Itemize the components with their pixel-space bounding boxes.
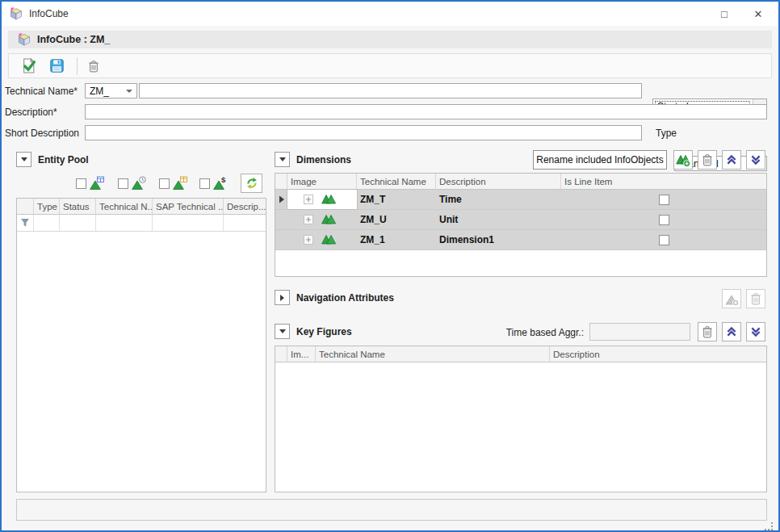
double-chevron-down-icon [750,154,761,165]
double-chevron-up-icon [726,326,737,337]
entity-pool-title: Entity Pool [38,154,89,165]
filter-time-checkbox[interactable] [118,178,128,189]
filter-cell-status[interactable] [60,215,96,232]
dimension-icon [321,232,336,247]
dimensions-col-image[interactable]: Image [287,174,357,190]
entity-pool-collapse-button[interactable] [16,152,31,167]
dimension-description: Unit [436,214,561,225]
filter-cell-type[interactable] [34,215,60,232]
is-line-item-cell [561,195,766,205]
entity-pool-col-type[interactable]: Type [34,199,60,215]
type-label: Type [656,128,677,139]
dimension-icon [321,212,336,227]
delete-navigation-attribute-button[interactable] [746,289,765,308]
entity-pool-col-sap-technical-name[interactable]: SAP Technical ... [153,199,224,215]
trash-icon [749,292,762,305]
filter-row-funnel-cell[interactable] [17,215,34,232]
technical-name-prefix-combo[interactable]: ZM_ [85,83,137,98]
delete-icon[interactable] [87,60,100,73]
technical-name-prefix-value: ZM_ [90,86,109,97]
time-characteristic-icon [132,176,146,191]
dimension-technical-name: ZM_1 [357,234,436,245]
expand-icon[interactable] [304,215,313,224]
dimensions-col-technical-name[interactable]: Technical Name [357,174,436,190]
close-button[interactable]: ✕ [744,2,772,26]
dimensions-col-blank [275,174,287,190]
technical-name-input[interactable] [139,83,642,98]
key-figures-col-image[interactable]: Im... [287,346,316,362]
window-title: InfoCube [29,8,69,19]
unit-characteristic-icon [173,176,187,191]
save-icon[interactable] [50,59,64,73]
description-input[interactable] [85,104,767,119]
add-navigation-attribute-button[interactable] [722,289,741,308]
double-chevron-up-icon [726,154,737,165]
add-dimension-button[interactable] [673,150,693,170]
entity-pool-col-technical-name[interactable]: Technical N... [96,199,153,215]
dimension-row-time[interactable]: ZM_T Time [275,190,766,210]
status-bar [16,499,767,521]
key-figures-col-technical-name[interactable]: Technical Name [316,346,550,362]
entity-pool-col-description[interactable]: Descrip... [224,199,266,215]
expand-icon[interactable] [304,235,313,245]
rename-infoobjects-button[interactable]: Rename included InfoObjects [533,150,667,170]
entity-pool-col-status[interactable]: Status [60,199,96,215]
is-line-item-checkbox[interactable] [659,215,669,225]
key-figures-col-description[interactable]: Description [550,346,766,362]
time-based-aggr-label: Time based Aggr.: [484,327,584,338]
is-line-item-checkbox[interactable] [659,235,669,245]
filter-characteristic-checkbox[interactable] [76,178,86,189]
filter-cell-sap-technical-name[interactable] [153,215,224,232]
filter-unit-checkbox[interactable] [159,178,170,189]
expand-icon[interactable] [304,195,313,204]
toolbar-separator [77,57,78,75]
dimension-image-cell[interactable] [287,210,357,229]
move-dimension-up-button[interactable] [722,150,741,170]
form-header-title: InfoCube : ZM_ [37,34,110,45]
dimension-row-unit[interactable]: ZM_U Unit [275,210,766,230]
chevron-right-icon [280,295,284,301]
dimension-icon [321,192,336,207]
keyfigure-icon [213,176,228,191]
entity-pool-col-blank [17,199,34,215]
time-based-aggr-input[interactable] [589,323,690,341]
dimensions-col-is-line-item[interactable]: Is Line Item [561,174,766,190]
key-figures-col-blank [275,346,287,362]
funnel-icon [20,218,30,228]
navigation-attributes-title: Navigation Attributes [296,292,394,304]
row-indicator [275,210,287,229]
validate-icon[interactable] [21,58,36,73]
dimensions-col-description[interactable]: Description [436,174,561,190]
maximize-button[interactable]: □ [711,2,738,26]
is-line-item-cell [561,235,766,245]
refresh-button[interactable] [241,174,262,193]
dimension-image-cell[interactable] [287,190,357,209]
title-bar: InfoCube □ ✕ [2,2,778,26]
dimension-image-cell[interactable] [287,230,357,249]
navigation-attributes-collapse-button[interactable] [275,290,290,305]
delete-key-figure-button[interactable] [698,322,717,341]
description-label: Description* [5,107,57,118]
is-line-item-checkbox[interactable] [659,195,669,205]
filter-cell-technical-name[interactable] [96,215,153,232]
dimensions-collapse-button[interactable] [275,152,290,167]
dimension-row-dimension1[interactable]: ZM_1 Dimension1 [275,230,766,250]
dimension-description: Dimension1 [436,234,561,245]
dimension-technical-name: ZM_T [357,194,436,205]
filter-keyfigure-checkbox[interactable] [199,178,210,189]
move-key-figure-down-button[interactable] [746,322,765,341]
resize-grip[interactable] [762,522,774,531]
move-dimension-down-button[interactable] [746,150,765,170]
infocube-app-icon [10,7,23,20]
key-figures-collapse-button[interactable] [275,324,290,339]
is-line-item-cell [561,215,766,225]
current-row-indicator [275,190,287,209]
short-description-input[interactable] [85,125,642,140]
move-key-figure-up-button[interactable] [722,322,741,341]
chevron-down-icon [126,90,132,93]
filter-cell-description[interactable] [224,215,266,232]
key-figures-title: Key Figures [296,326,352,337]
delete-dimension-button[interactable] [698,150,717,170]
dimensions-title: Dimensions [296,154,351,165]
refresh-icon [245,177,258,190]
